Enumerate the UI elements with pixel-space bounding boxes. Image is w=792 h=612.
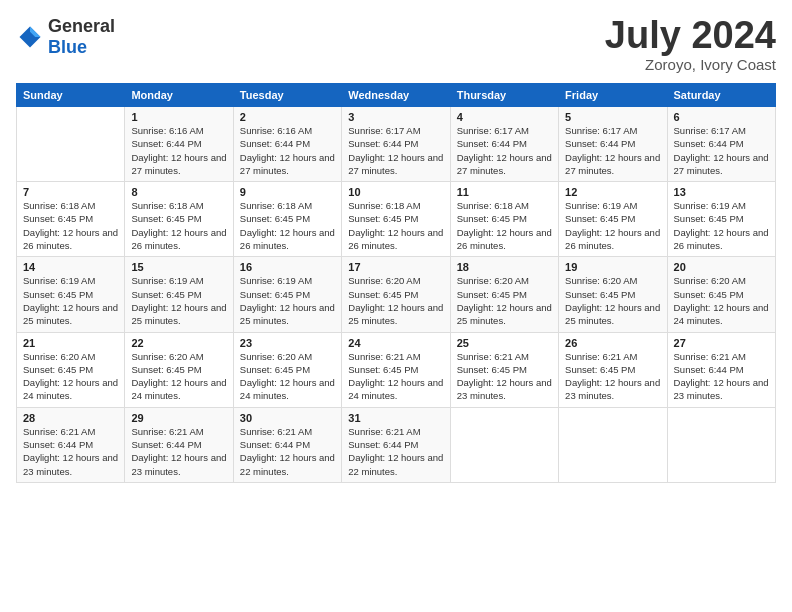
day-number: 18 [457, 261, 552, 273]
day-info: Sunrise: 6:21 AMSunset: 6:44 PMDaylight:… [674, 351, 769, 402]
day-number: 10 [348, 186, 443, 198]
calendar-week-2: 14 Sunrise: 6:19 AMSunset: 6:45 PMDaylig… [17, 257, 776, 332]
day-number: 2 [240, 111, 335, 123]
day-info: Sunrise: 6:19 AMSunset: 6:45 PMDaylight:… [131, 275, 226, 326]
calendar-cell: 4 Sunrise: 6:17 AMSunset: 6:44 PMDayligh… [450, 107, 558, 182]
day-info: Sunrise: 6:21 AMSunset: 6:44 PMDaylight:… [240, 426, 335, 477]
calendar-week-3: 21 Sunrise: 6:20 AMSunset: 6:45 PMDaylig… [17, 332, 776, 407]
day-info: Sunrise: 6:20 AMSunset: 6:45 PMDaylight:… [23, 351, 118, 402]
calendar-cell: 16 Sunrise: 6:19 AMSunset: 6:45 PMDaylig… [233, 257, 341, 332]
col-thursday: Thursday [450, 84, 558, 107]
day-number: 28 [23, 412, 118, 424]
day-info: Sunrise: 6:21 AMSunset: 6:45 PMDaylight:… [565, 351, 660, 402]
calendar-cell: 2 Sunrise: 6:16 AMSunset: 6:44 PMDayligh… [233, 107, 341, 182]
day-number: 11 [457, 186, 552, 198]
day-number: 16 [240, 261, 335, 273]
logo: General Blue [16, 16, 115, 58]
calendar-cell: 9 Sunrise: 6:18 AMSunset: 6:45 PMDayligh… [233, 182, 341, 257]
day-info: Sunrise: 6:20 AMSunset: 6:45 PMDaylight:… [240, 351, 335, 402]
day-info: Sunrise: 6:18 AMSunset: 6:45 PMDaylight:… [23, 200, 118, 251]
day-info: Sunrise: 6:17 AMSunset: 6:44 PMDaylight:… [565, 125, 660, 176]
calendar-cell: 10 Sunrise: 6:18 AMSunset: 6:45 PMDaylig… [342, 182, 450, 257]
calendar-cell [559, 407, 667, 482]
day-info: Sunrise: 6:18 AMSunset: 6:45 PMDaylight:… [240, 200, 335, 251]
day-number: 15 [131, 261, 226, 273]
day-info: Sunrise: 6:20 AMSunset: 6:45 PMDaylight:… [674, 275, 769, 326]
header: General Blue July 2024 Zoroyo, Ivory Coa… [16, 16, 776, 73]
calendar-cell: 14 Sunrise: 6:19 AMSunset: 6:45 PMDaylig… [17, 257, 125, 332]
day-info: Sunrise: 6:18 AMSunset: 6:45 PMDaylight:… [131, 200, 226, 251]
day-number: 30 [240, 412, 335, 424]
day-number: 5 [565, 111, 660, 123]
calendar-cell: 20 Sunrise: 6:20 AMSunset: 6:45 PMDaylig… [667, 257, 775, 332]
calendar-cell: 18 Sunrise: 6:20 AMSunset: 6:45 PMDaylig… [450, 257, 558, 332]
calendar-cell [17, 107, 125, 182]
day-info: Sunrise: 6:17 AMSunset: 6:44 PMDaylight:… [348, 125, 443, 176]
col-monday: Monday [125, 84, 233, 107]
calendar-week-0: 1 Sunrise: 6:16 AMSunset: 6:44 PMDayligh… [17, 107, 776, 182]
calendar-cell: 23 Sunrise: 6:20 AMSunset: 6:45 PMDaylig… [233, 332, 341, 407]
calendar-cell: 28 Sunrise: 6:21 AMSunset: 6:44 PMDaylig… [17, 407, 125, 482]
calendar-cell: 31 Sunrise: 6:21 AMSunset: 6:44 PMDaylig… [342, 407, 450, 482]
calendar-cell: 3 Sunrise: 6:17 AMSunset: 6:44 PMDayligh… [342, 107, 450, 182]
calendar-cell: 13 Sunrise: 6:19 AMSunset: 6:45 PMDaylig… [667, 182, 775, 257]
location: Zoroyo, Ivory Coast [605, 56, 776, 73]
calendar-week-1: 7 Sunrise: 6:18 AMSunset: 6:45 PMDayligh… [17, 182, 776, 257]
calendar-cell: 21 Sunrise: 6:20 AMSunset: 6:45 PMDaylig… [17, 332, 125, 407]
day-info: Sunrise: 6:21 AMSunset: 6:45 PMDaylight:… [348, 351, 443, 402]
day-number: 8 [131, 186, 226, 198]
calendar-cell: 17 Sunrise: 6:20 AMSunset: 6:45 PMDaylig… [342, 257, 450, 332]
day-number: 22 [131, 337, 226, 349]
calendar-cell: 29 Sunrise: 6:21 AMSunset: 6:44 PMDaylig… [125, 407, 233, 482]
calendar-cell: 27 Sunrise: 6:21 AMSunset: 6:44 PMDaylig… [667, 332, 775, 407]
logo-blue: Blue [48, 37, 87, 57]
logo-icon [16, 23, 44, 51]
calendar-cell: 19 Sunrise: 6:20 AMSunset: 6:45 PMDaylig… [559, 257, 667, 332]
calendar-cell: 26 Sunrise: 6:21 AMSunset: 6:45 PMDaylig… [559, 332, 667, 407]
calendar-week-4: 28 Sunrise: 6:21 AMSunset: 6:44 PMDaylig… [17, 407, 776, 482]
calendar-cell: 30 Sunrise: 6:21 AMSunset: 6:44 PMDaylig… [233, 407, 341, 482]
calendar-cell: 8 Sunrise: 6:18 AMSunset: 6:45 PMDayligh… [125, 182, 233, 257]
day-info: Sunrise: 6:19 AMSunset: 6:45 PMDaylight:… [674, 200, 769, 251]
day-number: 25 [457, 337, 552, 349]
day-info: Sunrise: 6:21 AMSunset: 6:44 PMDaylight:… [23, 426, 118, 477]
col-saturday: Saturday [667, 84, 775, 107]
day-info: Sunrise: 6:20 AMSunset: 6:45 PMDaylight:… [457, 275, 552, 326]
day-info: Sunrise: 6:20 AMSunset: 6:45 PMDaylight:… [348, 275, 443, 326]
day-number: 9 [240, 186, 335, 198]
col-tuesday: Tuesday [233, 84, 341, 107]
day-number: 3 [348, 111, 443, 123]
day-info: Sunrise: 6:16 AMSunset: 6:44 PMDaylight:… [240, 125, 335, 176]
calendar-cell [667, 407, 775, 482]
page: General Blue July 2024 Zoroyo, Ivory Coa… [0, 0, 792, 612]
day-number: 31 [348, 412, 443, 424]
day-info: Sunrise: 6:18 AMSunset: 6:45 PMDaylight:… [348, 200, 443, 251]
day-info: Sunrise: 6:19 AMSunset: 6:45 PMDaylight:… [240, 275, 335, 326]
title-section: July 2024 Zoroyo, Ivory Coast [605, 16, 776, 73]
calendar-cell: 12 Sunrise: 6:19 AMSunset: 6:45 PMDaylig… [559, 182, 667, 257]
calendar-cell: 25 Sunrise: 6:21 AMSunset: 6:45 PMDaylig… [450, 332, 558, 407]
day-number: 4 [457, 111, 552, 123]
calendar-cell: 11 Sunrise: 6:18 AMSunset: 6:45 PMDaylig… [450, 182, 558, 257]
day-number: 17 [348, 261, 443, 273]
day-info: Sunrise: 6:17 AMSunset: 6:44 PMDaylight:… [674, 125, 769, 176]
day-info: Sunrise: 6:20 AMSunset: 6:45 PMDaylight:… [565, 275, 660, 326]
day-info: Sunrise: 6:16 AMSunset: 6:44 PMDaylight:… [131, 125, 226, 176]
day-number: 20 [674, 261, 769, 273]
day-number: 29 [131, 412, 226, 424]
day-number: 7 [23, 186, 118, 198]
calendar-cell: 5 Sunrise: 6:17 AMSunset: 6:44 PMDayligh… [559, 107, 667, 182]
logo-text: General Blue [48, 16, 115, 58]
day-info: Sunrise: 6:21 AMSunset: 6:45 PMDaylight:… [457, 351, 552, 402]
day-number: 6 [674, 111, 769, 123]
day-info: Sunrise: 6:19 AMSunset: 6:45 PMDaylight:… [565, 200, 660, 251]
calendar-cell: 6 Sunrise: 6:17 AMSunset: 6:44 PMDayligh… [667, 107, 775, 182]
day-info: Sunrise: 6:20 AMSunset: 6:45 PMDaylight:… [131, 351, 226, 402]
calendar-cell: 22 Sunrise: 6:20 AMSunset: 6:45 PMDaylig… [125, 332, 233, 407]
calendar-table: Sunday Monday Tuesday Wednesday Thursday… [16, 83, 776, 483]
day-info: Sunrise: 6:21 AMSunset: 6:44 PMDaylight:… [348, 426, 443, 477]
col-friday: Friday [559, 84, 667, 107]
calendar-cell [450, 407, 558, 482]
day-number: 14 [23, 261, 118, 273]
col-wednesday: Wednesday [342, 84, 450, 107]
